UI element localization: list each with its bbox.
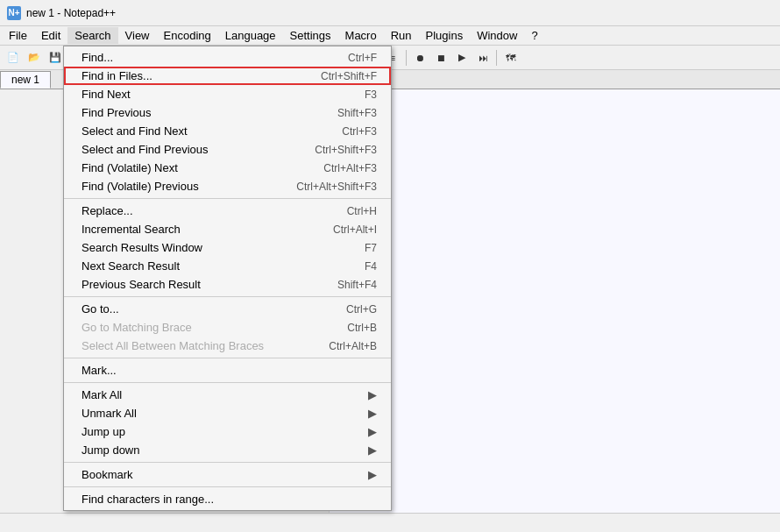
menu-item-shortcut-select-braces: Ctrl+Alt+B <box>329 340 377 352</box>
submenu-arrow-icon: ▶ <box>368 388 377 401</box>
menu-item-mark[interactable]: Mark... <box>64 361 391 379</box>
menu-item-shortcut-prev-search-result: Shift+F4 <box>337 279 377 291</box>
menu-item-label-prev-search-result: Previous Search Result <box>82 278 311 291</box>
menu-item-search-results-window[interactable]: Search Results WindowF7 <box>64 238 391 257</box>
submenu-arrow-icon: ▶ <box>368 407 377 420</box>
menu-divider <box>64 296 391 297</box>
menu-item-label-find-volatile-prev: Find (Volatile) Previous <box>82 180 270 193</box>
menu-item-find-in-files[interactable]: Find in Files...Ctrl+Shift+F <box>64 67 391 85</box>
submenu-arrow-icon: ▶ <box>368 425 377 438</box>
menu-item-select-find-prev[interactable]: Select and Find PreviousCtrl+Shift+F3 <box>64 140 391 159</box>
menu-plugins[interactable]: Plugins <box>419 27 471 44</box>
toolbar-sep-8 <box>406 50 407 66</box>
menu-item-shortcut-replace: Ctrl+H <box>347 205 377 217</box>
menu-item-shortcut-incremental-search: Ctrl+Alt+I <box>333 223 377 236</box>
toolbar-macro-play[interactable]: ▶ <box>452 48 472 67</box>
menu-settings[interactable]: Settings <box>283 27 338 44</box>
menu-item-label-find-volatile-next: Find (Volatile) Next <box>82 161 297 174</box>
menu-item-shortcut-find-volatile-next: Ctrl+Alt+F3 <box>323 162 377 174</box>
menu-item-unmark-all[interactable]: Unmark All▶ <box>64 404 391 422</box>
menu-item-shortcut-select-find-prev: Ctrl+Shift+F3 <box>315 144 377 156</box>
menu-item-incremental-search[interactable]: Incremental SearchCtrl+Alt+I <box>64 220 391 238</box>
menu-item-shortcut-find-volatile-prev: Ctrl+Alt+Shift+F3 <box>296 181 377 193</box>
tab-new1[interactable]: new 1 <box>0 71 51 89</box>
toolbar-macro-run[interactable]: ⏭ <box>473 48 493 67</box>
menu-item-shortcut-go-to-brace: Ctrl+B <box>347 322 377 334</box>
menu-item-label-go-to: Go to... <box>82 302 320 316</box>
menu-search[interactable]: Search <box>67 27 117 44</box>
status-bar <box>0 513 780 532</box>
menu-item-go-to[interactable]: Go to...Ctrl+G <box>64 300 391 318</box>
menu-view[interactable]: View <box>118 27 157 44</box>
menu-item-shortcut-next-search-result: F4 <box>365 260 377 273</box>
menu-item-bookmark[interactable]: Bookmark▶ <box>64 465 391 484</box>
menu-item-label-find-in-files: Find in Files... <box>82 69 294 82</box>
menu-item-label-find-next: Find Next <box>82 88 338 101</box>
menu-item-find-volatile-next[interactable]: Find (Volatile) NextCtrl+Alt+F3 <box>64 159 391 177</box>
menu-divider <box>64 382 391 383</box>
menu-item-replace[interactable]: Replace...Ctrl+H <box>64 202 391 220</box>
menu-item-find-next[interactable]: Find NextF3 <box>64 85 391 103</box>
menu-item-next-search-result[interactable]: Next Search ResultF4 <box>64 257 391 275</box>
menu-language[interactable]: Language <box>218 27 283 44</box>
menu-item-label-jump-down: Jump down <box>82 443 361 457</box>
menu-item-select-braces: Select All Between Matching BracesCtrl+A… <box>64 337 391 355</box>
title-bar-text: new 1 - Notepad++ <box>26 7 116 19</box>
toolbar-save[interactable]: 💾 <box>46 48 65 67</box>
menu-item-label-find-previous: Find Previous <box>82 106 311 119</box>
toolbar-new[interactable]: 📄 <box>4 48 23 67</box>
menu-item-find-chars[interactable]: Find characters in range... <box>64 490 391 508</box>
menu-item-label-unmark-all: Unmark All <box>82 407 361 420</box>
menu-item-label-mark: Mark... <box>82 364 377 377</box>
menu-item-label-mark-all: Mark All <box>82 388 361 401</box>
menu-item-mark-all[interactable]: Mark All▶ <box>64 386 391 404</box>
submenu-arrow-icon: ▶ <box>368 468 377 481</box>
menu-item-shortcut-find-next: F3 <box>365 89 377 101</box>
menu-item-jump-up[interactable]: Jump up▶ <box>64 422 391 441</box>
toolbar-sep-9 <box>496 50 497 66</box>
menu-item-shortcut-go-to: Ctrl+G <box>346 303 377 316</box>
menu-run[interactable]: Run <box>384 27 419 44</box>
search-dropdown-menu: Find...Ctrl+FFind in Files...Ctrl+Shift+… <box>63 46 392 511</box>
menu-item-label-incremental-search: Incremental Search <box>82 223 307 236</box>
menu-divider <box>64 198 391 199</box>
submenu-arrow-icon: ▶ <box>368 443 377 457</box>
menu-item-jump-down[interactable]: Jump down▶ <box>64 441 391 459</box>
toolbar-macro-rec[interactable]: ⏺ <box>410 48 429 67</box>
menu-window[interactable]: Window <box>470 27 524 44</box>
menu-item-find[interactable]: Find...Ctrl+F <box>64 48 391 67</box>
menu-item-label-bookmark: Bookmark <box>82 468 361 481</box>
menu-divider <box>64 462 391 463</box>
menu-edit[interactable]: Edit <box>34 27 67 44</box>
menu-item-select-find-next[interactable]: Select and Find NextCtrl+F3 <box>64 122 391 140</box>
menu-file[interactable]: File <box>2 27 34 44</box>
menu-item-find-previous[interactable]: Find PreviousShift+F3 <box>64 103 391 122</box>
menu-item-go-to-brace: Go to Matching BraceCtrl+B <box>64 318 391 337</box>
menu-item-label-jump-up: Jump up <box>82 425 361 438</box>
toolbar-docmap[interactable]: 🗺 <box>500 48 520 67</box>
menu-item-shortcut-search-results-window: F7 <box>365 242 377 254</box>
title-bar: N+ new 1 - Notepad++ <box>0 0 780 26</box>
menu-item-shortcut-find: Ctrl+F <box>348 52 377 64</box>
menu-macro[interactable]: Macro <box>338 27 384 44</box>
menu-item-find-volatile-prev[interactable]: Find (Volatile) PreviousCtrl+Alt+Shift+F… <box>64 177 391 195</box>
menu-item-label-go-to-brace: Go to Matching Brace <box>82 321 321 334</box>
menu-bar: File Edit Search View Encoding Language … <box>0 26 780 46</box>
menu-help[interactable]: ? <box>524 27 544 44</box>
menu-encoding[interactable]: Encoding <box>157 27 218 44</box>
menu-item-shortcut-select-find-next: Ctrl+F3 <box>342 125 377 138</box>
toolbar-macro-stop[interactable]: ⏹ <box>431 48 450 67</box>
menu-item-prev-search-result[interactable]: Previous Search ResultShift+F4 <box>64 275 391 294</box>
toolbar-open[interactable]: 📂 <box>25 48 44 67</box>
menu-item-label-find-chars: Find characters in range... <box>82 493 377 506</box>
menu-item-label-find: Find... <box>82 51 322 64</box>
menu-item-shortcut-find-in-files: Ctrl+Shift+F <box>321 70 377 82</box>
editor-area[interactable] <box>329 89 780 513</box>
menu-item-label-select-find-next: Select and Find Next <box>82 124 316 138</box>
menu-item-shortcut-find-previous: Shift+F3 <box>337 107 377 119</box>
menu-item-label-next-search-result: Next Search Result <box>82 259 338 273</box>
menu-divider <box>64 486 391 487</box>
app-icon: N+ <box>7 6 21 20</box>
menu-item-label-replace: Replace... <box>82 204 321 217</box>
menu-item-label-search-results-window: Search Results Window <box>82 241 338 254</box>
